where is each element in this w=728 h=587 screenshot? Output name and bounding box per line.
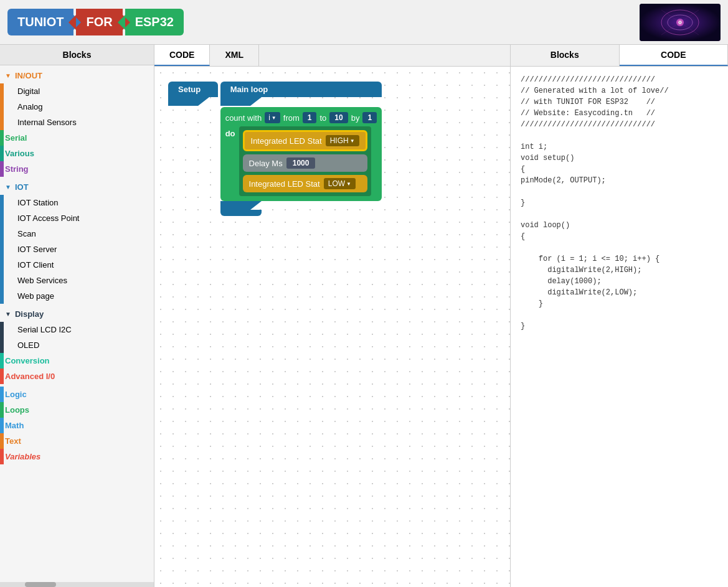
item-web-page[interactable]: Web page <box>0 288 154 304</box>
header: TUNIOT FOR ESP32 <box>0 0 728 45</box>
item-string[interactable]: String <box>0 161 154 177</box>
count-row: count with i ▼ from 1 to 10 by 1 <box>225 112 377 123</box>
item-serial[interactable]: Serial <box>0 130 154 146</box>
item-variables[interactable]: Variables <box>0 449 154 464</box>
header-image <box>640 4 721 41</box>
item-text[interactable]: Text <box>0 433 154 449</box>
item-advanced[interactable]: Advanced I/0 <box>0 369 154 384</box>
var-i-badge[interactable]: i ▼ <box>265 112 280 123</box>
by-val-badge[interactable]: 1 <box>362 112 377 123</box>
setup-block[interactable]: Setup <box>168 82 218 106</box>
item-iot-server[interactable]: IOT Server <box>0 242 154 257</box>
low-val-badge[interactable]: LOW ▼ <box>324 178 356 189</box>
main-loop-header: Main loop <box>220 82 382 97</box>
main-loop-block[interactable]: Main loop count with i <box>220 82 382 216</box>
setup-block-header: Setup <box>168 82 218 97</box>
item-web-services[interactable]: Web Services <box>0 273 154 288</box>
right-tab-code[interactable]: CODE <box>620 45 729 66</box>
var-dropdown-arrow: ▼ <box>272 115 277 121</box>
scrollbar-track[interactable] <box>0 582 154 587</box>
triangle-inout: ▼ <box>5 72 11 79</box>
led-high-block[interactable]: Integrated LED Stat HIGH ▼ <box>243 130 367 151</box>
item-iot-station[interactable]: IOT Station <box>0 195 154 210</box>
category-display-label: Display <box>15 309 44 319</box>
scrollbar-thumb[interactable] <box>25 582 56 587</box>
middle-tab-bar: CODE XML <box>154 45 510 67</box>
category-inout[interactable]: ▼ IN/OUT <box>0 68 154 83</box>
high-val-badge[interactable]: HIGH ▼ <box>326 135 359 146</box>
right-panel: Blocks CODE ////////////////////////////… <box>510 45 728 587</box>
triangle-display: ▼ <box>5 311 11 317</box>
category-display[interactable]: ▼ Display <box>0 306 154 322</box>
right-tab-blocks[interactable]: Blocks <box>511 45 620 66</box>
main-area: Blocks ▼ IN/OUT Digital Analog Internal … <box>0 45 728 587</box>
tab-code[interactable]: CODE <box>154 45 210 66</box>
item-analog[interactable]: Analog <box>0 99 154 115</box>
left-panel-header: Blocks <box>0 45 154 65</box>
left-panel-content: ▼ IN/OUT Digital Analog Internal Sensors… <box>0 65 154 582</box>
count-block[interactable]: count with i ▼ from 1 to 10 by 1 <box>220 107 382 201</box>
code-area: ////////////////////////////// // Genera… <box>511 67 728 587</box>
item-digital[interactable]: Digital <box>0 83 154 99</box>
led-low-block[interactable]: Integrated LED Stat LOW ▼ <box>243 175 367 192</box>
logo-tuniot: TUNIOT <box>7 9 73 35</box>
item-conversion[interactable]: Conversion <box>0 353 154 369</box>
main-loop-footer <box>220 210 262 216</box>
item-logic[interactable]: Logic <box>0 387 154 402</box>
middle-panel: CODE XML Setup <box>154 45 510 587</box>
item-internal-sensors[interactable]: Internal Sensors <box>0 115 154 130</box>
do-section: do Integrated LED Stat HIGH ▼ <box>225 126 377 196</box>
item-serial-lcd[interactable]: Serial LCD I2C <box>0 322 154 337</box>
left-panel: Blocks ▼ IN/OUT Digital Analog Internal … <box>0 45 154 587</box>
item-math[interactable]: Math <box>0 418 154 433</box>
triangle-iot: ▼ <box>5 184 11 190</box>
delay-val-badge[interactable]: 1000 <box>286 157 316 169</box>
do-label: do <box>225 126 235 196</box>
item-iot-access-point[interactable]: IOT Access Point <box>0 210 154 226</box>
delay-block[interactable]: Delay Ms 1000 <box>243 154 367 172</box>
do-body: Integrated LED Stat HIGH ▼ Delay Ms <box>239 126 371 196</box>
logo-esp32: ESP32 <box>125 9 184 35</box>
category-iot[interactable]: ▼ IOT <box>0 179 154 195</box>
to-val-badge[interactable]: 10 <box>329 112 347 123</box>
blocks-area: Setup Main loop <box>168 74 382 216</box>
item-oled[interactable]: OLED <box>0 337 154 353</box>
tab-xml[interactable]: XML <box>210 45 259 66</box>
logo-container: TUNIOT FOR ESP32 <box>7 9 184 35</box>
blocks-canvas[interactable]: Setup Main loop <box>154 67 510 587</box>
item-loops[interactable]: Loops <box>0 402 154 418</box>
item-iot-client[interactable]: IOT Client <box>0 257 154 273</box>
item-various[interactable]: Various <box>0 146 154 161</box>
logo-for: FOR <box>76 9 122 35</box>
right-tab-bar: Blocks CODE <box>511 45 728 67</box>
category-iot-label: IOT <box>15 182 29 192</box>
from-val-badge[interactable]: 1 <box>303 112 317 123</box>
category-inout-label: IN/OUT <box>15 71 42 80</box>
item-scan[interactable]: Scan <box>0 226 154 242</box>
